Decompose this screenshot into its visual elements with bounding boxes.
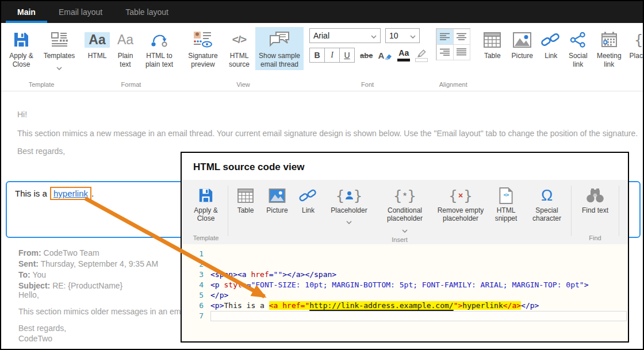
code-line[interactable]: 3<span><a href=""></a></span> — [182, 270, 628, 280]
insert-table-label: Table — [484, 52, 501, 60]
templates-button[interactable]: Templates — [39, 27, 79, 74]
snippet-brackets-glyph: <> — [501, 192, 511, 198]
group-label-view: View — [183, 81, 304, 91]
meta-subject-label: Subject: — [18, 281, 50, 290]
group-label-font: Font — [307, 81, 428, 91]
meta-from-value: CodeTwo Team — [44, 248, 99, 257]
tab-table-layout[interactable]: Table layout — [114, 1, 180, 23]
email-older: This section mimics older messages in an… — [18, 307, 187, 316]
group-label-insert: Insert — [478, 81, 644, 91]
dialog-placeholder-button[interactable]: { } Placeholder — [323, 184, 375, 228]
highlight-color-button[interactable] — [415, 49, 428, 62]
plain-text-label: Plain text — [113, 52, 138, 68]
code-segment: hyperlink — [462, 301, 503, 310]
meta-to-value: You — [32, 270, 46, 279]
meta-sent-value: Thursday, September 4, 9:35 AM — [41, 259, 158, 268]
code-segment: <a href=" — [269, 301, 309, 310]
align-left-button[interactable] — [436, 29, 454, 45]
dialog-link-label: Link — [302, 206, 315, 214]
bold-button[interactable]: B — [310, 48, 324, 62]
code-segment: "" — [274, 270, 283, 279]
dialog-conditional-placeholder-button[interactable]: { * } Conditional placeholder — [375, 184, 434, 236]
alignment-grid — [436, 28, 470, 60]
align-right-button[interactable] — [436, 44, 454, 60]
html-source-button[interactable]: </> HTML source — [223, 27, 255, 70]
insert-link-button[interactable]: Link — [538, 27, 564, 62]
dialog-apply-close-button[interactable]: Apply & Close — [186, 184, 225, 224]
code-line[interactable]: 5</p> — [182, 290, 628, 301]
ribbon-group-view: Signature preview </> HTML source Show s… — [183, 23, 304, 91]
group-label-alignment: Alignment — [431, 81, 475, 91]
dialog-special-character-button[interactable]: Ω Special character — [525, 184, 569, 224]
convert-arrow-icon — [149, 29, 170, 51]
code-line[interactable]: 7 — [182, 311, 628, 321]
code-line[interactable]: 1 — [182, 249, 628, 259]
code-segment: ></a></span> — [282, 270, 336, 279]
dialog-remove-empty-placeholder-button[interactable]: { × } Remove empty placeholder — [434, 184, 487, 224]
align-center-button[interactable] — [453, 29, 470, 45]
code-line[interactable]: 4<p style="FONT-SIZE: 10pt; MARGIN-BOTTO… — [182, 280, 628, 290]
font-color-swatch — [397, 59, 410, 61]
ribbon-group-font: Arial 10 B I U abe A — [307, 23, 428, 91]
binoculars-icon — [585, 186, 605, 205]
font-color-button[interactable]: Aa — [397, 49, 410, 61]
apply-close-button[interactable]: Apply & Close — [3, 27, 39, 70]
clear-formatting-button[interactable]: A — [378, 51, 392, 60]
code-segment: "FONT-SIZE: 10pt; MARGIN-BOTTOM: 5pt; FO… — [251, 280, 584, 289]
dialog-link-button[interactable]: Link — [294, 184, 323, 216]
html-format-button[interactable]: Aa HTML — [83, 27, 112, 62]
plain-text-button[interactable]: Aa Plain text — [112, 27, 139, 70]
code-line[interactable]: 6<p>This is a <a href="http://link-addre… — [182, 301, 628, 311]
share-icon — [569, 29, 586, 51]
dialog-toolbar: Apply & Close Template Table — [182, 180, 628, 244]
tab-email-layout[interactable]: Email layout — [47, 1, 114, 23]
font-family-select[interactable]: Arial — [309, 28, 381, 43]
align-justify-button[interactable] — [453, 44, 470, 60]
plain-text-icon: Aa — [117, 29, 133, 51]
dialog-apply-close-label: Apply & Close — [189, 206, 223, 223]
insert-table-button[interactable]: Table — [478, 27, 506, 62]
align-right-icon — [440, 48, 450, 56]
save-icon — [13, 29, 30, 51]
group-label-format: Format — [83, 81, 179, 91]
meta-sent: Sent: Thursday, September 4, 9:35 AM — [18, 259, 158, 270]
picture-icon — [269, 186, 286, 205]
picture-icon — [513, 29, 531, 51]
dialog-table-button[interactable]: Table — [231, 184, 260, 216]
aa-glyph: Aa — [117, 33, 133, 47]
insert-meeting-link-button[interactable]: Meeting link — [592, 27, 626, 70]
insert-social-link-button[interactable]: Social link — [564, 27, 592, 70]
code-segment: <p — [210, 280, 224, 289]
brace-open-glyph: { — [448, 189, 458, 203]
code-line[interactable]: 2 — [182, 259, 628, 270]
meta-subject-value: RE: {ProductName} — [52, 281, 122, 290]
code-segment: </p> — [210, 291, 228, 299]
group-divider — [571, 186, 572, 236]
remove-placeholder-icon: { × } — [448, 186, 473, 205]
show-sample-thread-button[interactable]: Show sample email thread — [255, 27, 304, 70]
dialog-find-text-button[interactable]: Find text — [574, 184, 616, 216]
italic-button[interactable]: I — [324, 48, 339, 62]
dialog-group-label-find: Find — [574, 234, 616, 244]
speech-bubbles-icon — [268, 29, 291, 51]
strikethrough-button[interactable]: abe — [360, 51, 373, 60]
line-number: 6 — [182, 301, 210, 311]
code-editor[interactable]: 123<span><a href=""></a></span>4<p style… — [182, 244, 628, 341]
font-size-select[interactable]: 10 — [385, 28, 420, 43]
signature-hyperlink[interactable]: hyperlink — [53, 189, 88, 198]
dialog-picture-button[interactable]: Picture — [260, 184, 294, 216]
underline-button[interactable]: U — [339, 48, 354, 62]
insert-placeholder-button[interactable]: { } Placeholder — [626, 27, 644, 74]
html-to-plain-button[interactable]: HTML to plain text — [139, 27, 179, 70]
asterisk-glyph: * — [402, 191, 408, 202]
insert-picture-button[interactable]: Picture — [506, 27, 538, 62]
signature-preview-button[interactable]: Signature preview — [183, 27, 223, 70]
dialog-title: HTML source code view — [182, 153, 628, 180]
angle-brackets-glyph: </> — [232, 33, 246, 46]
meta-to-label: To: — [18, 270, 30, 279]
dialog-html-snippet-button[interactable]: <> HTML snippet — [487, 184, 525, 224]
code-segment: </p> — [521, 301, 539, 310]
dialog-picture-label: Picture — [266, 206, 288, 214]
signature-preview-label: Signature preview — [184, 52, 222, 68]
tab-main[interactable]: Main — [6, 1, 47, 23]
